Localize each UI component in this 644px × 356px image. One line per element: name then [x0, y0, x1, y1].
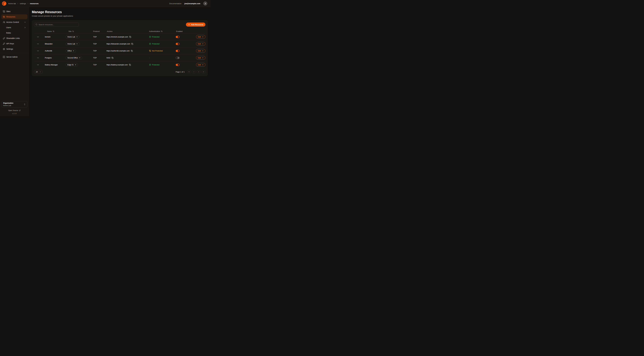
last-page-button[interactable]: [202, 70, 206, 74]
sidebar-item-shareable-links[interactable]: Shareable Links: [1, 36, 28, 41]
sidebar-item-resources[interactable]: Resources: [1, 14, 28, 19]
edit-button[interactable]: Edit: [196, 49, 206, 52]
edit-button[interactable]: Edit: [196, 56, 206, 60]
first-page-button[interactable]: [187, 70, 191, 74]
open-source-label: Open Source: [8, 110, 18, 112]
add-resource-button[interactable]: Add Resource: [186, 22, 206, 26]
header-site[interactable]: Site: [66, 30, 93, 32]
edit-button[interactable]: Edit: [196, 42, 206, 46]
site-link-button[interactable]: Home Lab: [66, 35, 80, 39]
shield-check-icon: [149, 36, 151, 38]
key-icon: [3, 42, 5, 45]
chevrons-left-icon: [188, 71, 190, 73]
page-size-select[interactable]: 20: [34, 70, 42, 74]
auth-status-label: Protected: [152, 64, 160, 66]
header-name[interactable]: Name: [45, 30, 66, 32]
pangolin-logo[interactable]: [2, 1, 6, 6]
sidebar-item-settings[interactable]: Settings: [1, 46, 28, 52]
user-avatar[interactable]: J: [203, 2, 207, 6]
edit-button[interactable]: Edit: [196, 63, 206, 66]
table-header: Name Site Protocol: [34, 29, 206, 33]
row-actions-button[interactable]: [34, 43, 45, 45]
chevron-down-icon: [40, 71, 41, 73]
table-row: Bitwarden Home Lab TCP https://bitwarden…: [34, 40, 206, 47]
resource-name: Bitwarden: [45, 43, 66, 45]
header-enabled: Enabled: [176, 30, 194, 32]
sidebar-item-sites[interactable]: Sites: [1, 9, 28, 14]
ellipsis-icon: [37, 50, 39, 52]
users-icon: [3, 21, 5, 23]
waypoints-icon: [3, 16, 5, 18]
sidebar: Sites Resources Access Control Users Rol: [0, 7, 29, 116]
add-resource-label: Add Resource: [191, 24, 203, 26]
next-page-button[interactable]: [197, 70, 200, 74]
table-row: Authentik Office TCP https://authentik.e…: [34, 47, 206, 54]
search-icon: [36, 24, 38, 26]
site-link-button[interactable]: Home Lab: [66, 42, 80, 46]
sidebar-item-label: API Keys: [6, 42, 14, 45]
copy-button[interactable]: [131, 50, 133, 52]
site-name: Home Lab: [68, 43, 75, 45]
copy-button[interactable]: [112, 57, 114, 59]
resource-protocol: TCP: [93, 36, 106, 38]
enabled-toggle[interactable]: [176, 50, 180, 52]
resource-name: Immich: [45, 36, 66, 38]
row-actions-button[interactable]: [34, 64, 45, 66]
open-source-link[interactable]: Open Source: [1, 110, 28, 112]
documentation-link[interactable]: Documentation: [169, 2, 182, 4]
copy-button[interactable]: [131, 43, 133, 45]
enabled-toggle[interactable]: [176, 64, 180, 66]
sidebar-item-label: Settings: [6, 48, 13, 50]
edit-button[interactable]: Edit: [196, 35, 206, 39]
ellipsis-icon: [37, 36, 39, 38]
copy-icon: [129, 64, 131, 66]
breadcrumb-settings[interactable]: settings: [20, 2, 26, 4]
link-icon: [3, 37, 5, 40]
row-actions-button[interactable]: [34, 36, 45, 38]
sidebar-item-roles[interactable]: Roles: [1, 30, 28, 35]
sidebar-item-users[interactable]: Users: [1, 25, 28, 30]
copy-button[interactable]: [129, 64, 131, 66]
site-link-button[interactable]: Second Office: [66, 56, 82, 60]
sidebar-item-label: Server Admin: [6, 56, 18, 58]
header-access: Access: [106, 30, 149, 32]
resource-access-url: https://battery.example.com: [106, 64, 128, 66]
enabled-toggle[interactable]: [176, 43, 180, 45]
breadcrumb-resources[interactable]: resources: [30, 2, 39, 4]
arrow-up-right-icon: [76, 43, 78, 45]
toggle-knob: [176, 57, 178, 59]
arrow-right-icon: [202, 64, 204, 66]
user-email: joe@example.com: [184, 2, 200, 4]
arrow-up-right-icon: [75, 64, 76, 66]
ellipsis-icon: [37, 64, 39, 66]
sidebar-item-api-keys[interactable]: API Keys: [1, 41, 28, 46]
gear-icon: [3, 48, 5, 50]
row-actions-button[interactable]: [34, 57, 45, 59]
version-label: v1.3.0: [1, 113, 28, 114]
site-link-button[interactable]: Edge 01: [66, 63, 78, 66]
row-actions-button[interactable]: [34, 50, 45, 52]
auth-badge: Not Protected: [149, 50, 176, 52]
sidebar-item-server-admin[interactable]: Server Admin: [1, 54, 28, 59]
organization-selector[interactable]: Organization Home Lab: [1, 101, 28, 108]
breadcrumb-org[interactable]: home-lab: [8, 2, 16, 4]
enabled-toggle[interactable]: [176, 57, 180, 59]
auth-status-label: Not Protected: [152, 50, 163, 52]
auth-status-label: Protected: [152, 43, 160, 45]
previous-page-button[interactable]: [192, 70, 196, 74]
search-input[interactable]: [34, 22, 79, 26]
plus-icon: [188, 24, 190, 26]
header-authentication[interactable]: Authentication: [149, 30, 176, 32]
sidebar-item-label: Roles: [6, 32, 11, 34]
copy-icon: [131, 50, 133, 52]
ellipsis-icon: [37, 57, 39, 59]
enabled-toggle[interactable]: [176, 36, 180, 38]
arrow-up-right-icon: [76, 36, 78, 38]
sidebar-item-access-control[interactable]: Access Control: [1, 20, 28, 24]
copy-button[interactable]: [129, 36, 131, 38]
sidebar-item-label: Sites: [6, 10, 10, 12]
copy-icon: [129, 36, 131, 38]
arrow-up-right-icon: [79, 57, 80, 59]
chevron-left-icon: [193, 71, 195, 73]
site-link-button[interactable]: Office: [66, 49, 76, 52]
